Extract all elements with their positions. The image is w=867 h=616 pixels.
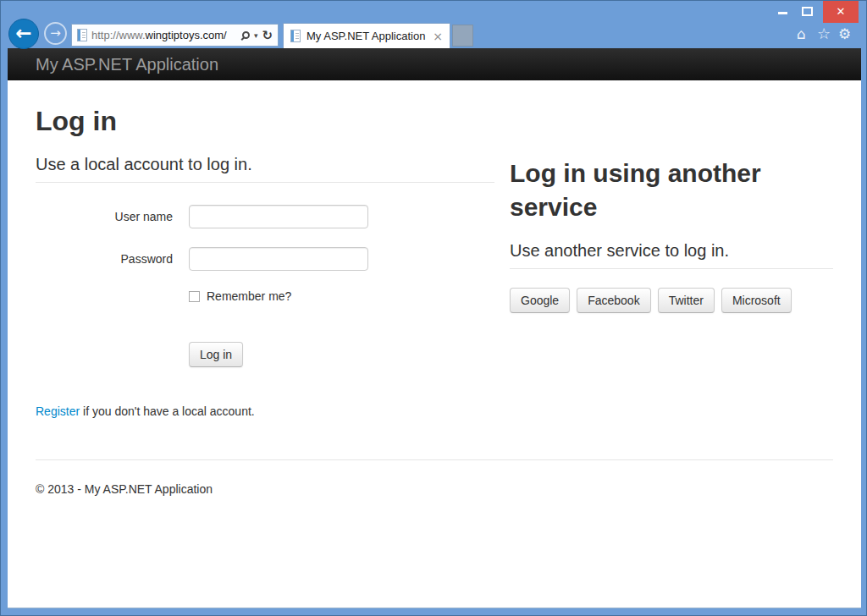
password-input[interactable]	[189, 247, 368, 271]
remember-me-row: Remember me?	[189, 289, 494, 303]
local-login-section: Use a local account to log in. User name…	[36, 150, 494, 418]
login-columns: Use a local account to log in. User name…	[36, 150, 833, 418]
password-label: Password	[36, 247, 173, 271]
tab-favicon-icon	[290, 30, 301, 42]
login-submit-button[interactable]: Log in	[189, 342, 243, 367]
microsoft-login-button[interactable]: Microsoft	[721, 288, 792, 313]
address-bar[interactable]: http://www.wingtiptoys.com/ ▾ ↻	[71, 24, 279, 47]
password-row: Password	[36, 247, 494, 271]
external-login-section: Log in using another service Use another…	[510, 150, 833, 418]
window-maximize-button[interactable]	[802, 7, 813, 16]
search-icon[interactable]	[242, 31, 250, 39]
forward-arrow-icon: →	[50, 25, 61, 41]
browser-chrome: ← → http://www.wingtiptoys.com/ ▾ ↻ My A…	[1, 1, 866, 48]
username-label: User name	[36, 205, 173, 228]
site-navbar: My ASP.NET Application	[8, 48, 861, 80]
page-content: Log in Use a local account to log in. Us…	[36, 104, 833, 496]
local-login-subtitle: Use a local account to log in.	[36, 153, 494, 175]
external-login-subtitle: Use another service to log in.	[510, 239, 833, 261]
register-text: if you don't have a local account.	[80, 404, 255, 418]
tab-title: My ASP.NET Application	[306, 30, 427, 42]
forward-button[interactable]: →	[44, 22, 67, 45]
browser-tab[interactable]: My ASP.NET Application ×	[283, 23, 450, 48]
tab-close-icon[interactable]: ×	[433, 30, 443, 42]
browser-window: ← → http://www.wingtiptoys.com/ ▾ ↻ My A…	[0, 0, 867, 616]
search-dropdown-caret-icon[interactable]: ▾	[254, 31, 258, 40]
favorites-star-icon[interactable]: ☆	[817, 25, 831, 42]
twitter-login-button[interactable]: Twitter	[658, 288, 715, 313]
refresh-icon[interactable]: ↻	[262, 28, 273, 43]
close-x-icon: ✕	[837, 5, 846, 18]
submit-row: Log in	[189, 342, 494, 367]
url-domain: wingtiptoys.com/	[146, 29, 227, 41]
external-login-divider	[510, 268, 833, 269]
footer-divider	[36, 459, 833, 460]
facebook-login-button[interactable]: Facebook	[577, 288, 650, 313]
navbar-brand-link[interactable]: My ASP.NET Application	[8, 48, 218, 80]
back-button[interactable]: ←	[8, 19, 39, 49]
url-text[interactable]: http://www.wingtiptoys.com/	[91, 29, 238, 41]
username-input[interactable]	[189, 205, 368, 228]
google-login-button[interactable]: Google	[510, 288, 570, 313]
page-viewport: My ASP.NET Application Log in Use a loca…	[8, 48, 861, 608]
home-icon[interactable]: ⌂	[797, 25, 806, 42]
login-form: User name Password Remember me? Log	[36, 205, 494, 367]
remember-me-label[interactable]: Remember me?	[207, 289, 291, 303]
provider-buttons: Google Facebook Twitter Microsoft	[510, 288, 833, 313]
back-arrow-icon: ←	[15, 22, 31, 44]
external-login-title: Log in using another service	[510, 157, 833, 224]
page-favicon-icon	[77, 29, 87, 41]
url-prefix: http://www.	[91, 29, 146, 41]
register-link[interactable]: Register	[36, 404, 80, 418]
window-close-button[interactable]: ✕	[823, 1, 859, 23]
new-tab-button[interactable]	[452, 25, 473, 47]
settings-gear-icon[interactable]: ⚙	[838, 25, 851, 42]
register-line: Register if you don't have a local accou…	[36, 404, 494, 418]
page-title: Log in	[36, 104, 833, 138]
copyright-text: © 2013 - My ASP.NET Application	[36, 482, 833, 496]
remember-me-checkbox[interactable]	[189, 291, 200, 302]
window-minimize-button[interactable]	[778, 12, 787, 14]
username-row: User name	[36, 205, 494, 228]
local-login-divider	[36, 182, 494, 183]
